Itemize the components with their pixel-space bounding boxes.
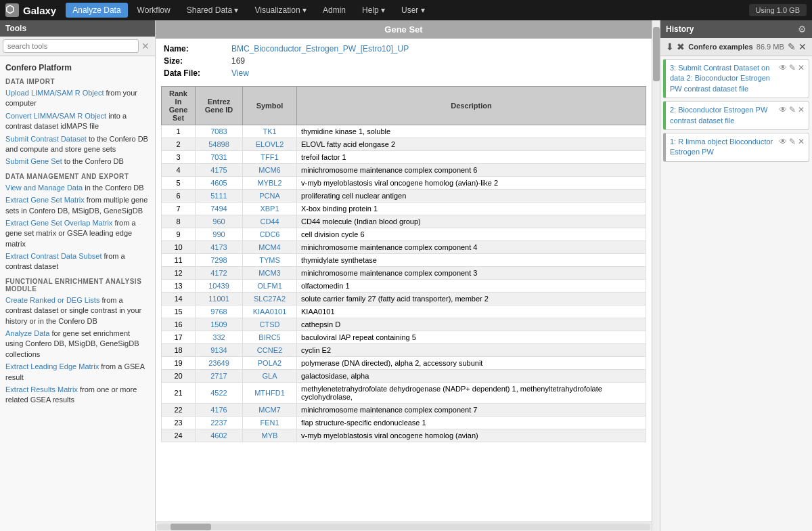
nav-shared-data[interactable]: Shared Data	[180, 3, 246, 18]
history-edit-button[interactable]: ✎	[789, 137, 796, 146]
history-item-title[interactable]: 1: R limma object Bioconductor Estrogen …	[670, 137, 779, 158]
entrez-link[interactable]: 4522	[210, 389, 227, 397]
entrez-link[interactable]: 4602	[210, 431, 227, 440]
symbol-link[interactable]: PCNA	[259, 192, 280, 200]
history-delete-item-button[interactable]: ✕	[798, 105, 805, 114]
sidebar-extract-leading-edge[interactable]: Extract Leading Edge Matrix from a GSEA …	[5, 362, 150, 383]
symbol-link[interactable]: KIAA0101	[253, 307, 287, 316]
vertical-scrollbar[interactable]	[652, 20, 660, 531]
history-delete-item-button[interactable]: ✕	[798, 63, 805, 72]
history-edit-button[interactable]: ✎	[789, 105, 796, 114]
symbol-link[interactable]: TFF1	[261, 153, 278, 161]
entrez-link[interactable]: 4172	[210, 269, 227, 277]
table-row: 20 2717 GLA galactosidase, alpha	[162, 370, 646, 383]
entrez-link[interactable]: 960	[212, 217, 225, 226]
sidebar-create-ranked[interactable]: Create Ranked or DEG Lists from a contra…	[5, 295, 150, 326]
entrez-link[interactable]: 990	[212, 230, 225, 238]
symbol-link[interactable]: ELOVL2	[256, 140, 284, 148]
sidebar-extract-overlap-matrix[interactable]: Extract Gene Set Overlap Matrix from a g…	[5, 218, 150, 249]
sidebar-content: Confero Platform DATA IMPORT Upload LIMM…	[0, 56, 155, 531]
sidebar-submit-gene-set[interactable]: Submit Gene Set to the Confero DB	[5, 156, 150, 167]
entrez-link[interactable]: 9134	[210, 346, 227, 354]
symbol-link[interactable]: MCM4	[258, 243, 280, 251]
data-file-link[interactable]: View	[231, 68, 249, 78]
symbol-link[interactable]: SLC27A2	[254, 295, 286, 303]
entrez-link[interactable]: 5111	[210, 192, 227, 200]
entrez-link[interactable]: 7031	[210, 153, 227, 161]
nav-analyze-data[interactable]: Analyze Data	[66, 3, 127, 18]
history-item-title[interactable]: 3: Submit Contrast Dataset on data 2: Bi…	[670, 63, 779, 94]
symbol-link[interactable]: CD44	[260, 217, 279, 226]
history-download-button[interactable]: ⬇	[666, 41, 674, 52]
entrez-link[interactable]: 11001	[208, 295, 229, 303]
symbol-link[interactable]: BIRC5	[258, 333, 280, 341]
history-delete-item-button[interactable]: ✕	[798, 137, 805, 146]
symbol-link[interactable]: MYB	[262, 431, 278, 440]
entrez-link[interactable]: 1509	[210, 320, 227, 328]
symbol-link[interactable]: MCM7	[258, 406, 280, 414]
entrez-link[interactable]: 23649	[208, 359, 229, 367]
symbol-link[interactable]: MCM6	[258, 166, 280, 174]
history-eye-button[interactable]: 👁	[779, 137, 787, 146]
gene-set-name-link[interactable]: BMC_Bioconductor_Estrogen_PW_[Estro10]_U…	[231, 44, 409, 54]
history-item-title[interactable]: 2: Bioconductor Estrogen PW contrast dat…	[670, 105, 779, 126]
sidebar-upload-limma[interactable]: Upload LIMMA/SAM R Object from your comp…	[5, 88, 150, 109]
search-clear-button[interactable]: ✕	[139, 41, 152, 51]
symbol-link[interactable]: CDC6	[260, 230, 280, 238]
nav-help[interactable]: Help	[355, 3, 392, 18]
entrez-link[interactable]: 4175	[210, 166, 227, 174]
history-item-header: 1: R limma object Bioconductor Estrogen …	[670, 137, 805, 158]
symbol-link[interactable]: GLA	[262, 372, 277, 380]
nav-workflow[interactable]: Workflow	[131, 3, 177, 18]
sidebar-extract-results-matrix[interactable]: Extract Results Matrix from one or more …	[5, 385, 150, 406]
h-scroll-track[interactable]	[157, 524, 650, 530]
nav-admin[interactable]: Admin	[316, 3, 353, 18]
h-scroll-thumb[interactable]	[171, 524, 211, 530]
symbol-link[interactable]: MCM3	[258, 269, 280, 277]
symbol-link[interactable]: FEN1	[260, 419, 279, 427]
symbol-link[interactable]: POLA2	[258, 359, 281, 367]
history-pencil-button[interactable]: ✎	[788, 41, 796, 52]
symbol-link[interactable]: XBP1	[260, 205, 279, 213]
history-gear-button[interactable]: ⚙	[798, 24, 807, 35]
symbol-cell: CDC6	[243, 228, 297, 241]
sidebar-submit-contrast[interactable]: Submit Contrast Dataset to the Confero D…	[5, 134, 150, 155]
symbol-link[interactable]: CCNE2	[257, 346, 282, 354]
history-eye-button[interactable]: 👁	[779, 105, 787, 114]
entrez-link[interactable]: 332	[212, 333, 225, 341]
entrez-link[interactable]: 7083	[210, 127, 227, 135]
entrez-link[interactable]: 4173	[210, 243, 227, 251]
entrez-link[interactable]: 54898	[208, 140, 229, 148]
symbol-link[interactable]: CTSD	[260, 320, 280, 328]
nav-visualization[interactable]: Visualization	[248, 3, 313, 18]
sidebar-extract-contrast-data[interactable]: Extract Contrast Data Subset from a cont…	[5, 251, 150, 272]
entrez-link[interactable]: 7494	[210, 205, 227, 213]
rank-cell: 13	[162, 280, 196, 293]
table-row: 16 1509 CTSD cathepsin D	[162, 318, 646, 331]
history-edit-button[interactable]: ✎	[789, 63, 796, 72]
symbol-link[interactable]: TYMS	[259, 256, 280, 264]
description-cell: KIAA0101	[297, 305, 646, 318]
sidebar-extract-gene-set-matrix[interactable]: Extract Gene Set Matrix from multiple ge…	[5, 195, 150, 216]
symbol-link[interactable]: OLFM1	[257, 282, 282, 290]
horizontal-scrollbar[interactable]	[156, 522, 652, 531]
entrez-link[interactable]: 2717	[210, 372, 227, 380]
scroll-thumb[interactable]	[653, 27, 660, 81]
sidebar-convert-limma[interactable]: Convert LIMMA/SAM R Object into a contra…	[5, 111, 150, 132]
symbol-link[interactable]: MYBL2	[257, 179, 281, 187]
entrez-link[interactable]: 4605	[210, 179, 227, 187]
history-eye-button[interactable]: 👁	[779, 63, 787, 72]
history-x-button[interactable]: ✕	[798, 41, 807, 52]
symbol-link[interactable]: TK1	[263, 127, 276, 135]
history-delete-button[interactable]: ✖	[677, 41, 685, 52]
entrez-link[interactable]: 4176	[210, 406, 227, 414]
sidebar-analyze-data[interactable]: Analyze Data for gene set enrichment usi…	[5, 328, 150, 360]
nav-user[interactable]: User	[394, 3, 432, 18]
search-input[interactable]	[3, 39, 139, 53]
symbol-link[interactable]: MTHFD1	[254, 389, 285, 397]
entrez-link[interactable]: 2237	[210, 419, 227, 427]
sidebar-view-manage[interactable]: View and Manage Data in the Confero DB	[5, 183, 150, 193]
entrez-link[interactable]: 9768	[210, 307, 227, 316]
entrez-link[interactable]: 10439	[208, 282, 229, 290]
entrez-link[interactable]: 7298	[210, 256, 227, 264]
